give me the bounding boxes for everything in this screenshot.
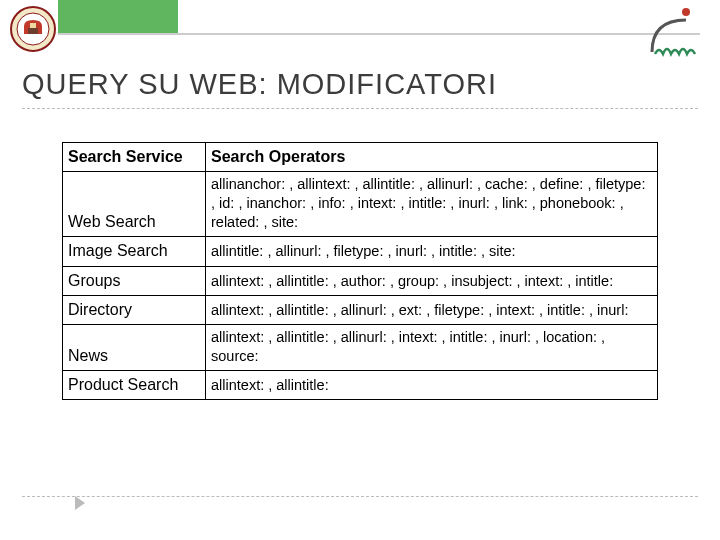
svg-point-4: [682, 8, 690, 16]
cell-operators: allinanchor: , allintext: , allintitle: …: [206, 172, 658, 237]
header-accent-bar: [58, 0, 178, 33]
slide-title: QUERY SU WEB: MODIFICATORI: [22, 68, 497, 101]
table-row: Image Search allintitle: , allinurl: , f…: [63, 237, 658, 266]
operators-table: Search Service Search Operators Web Sear…: [62, 142, 658, 400]
cell-service: News: [63, 324, 206, 370]
table-header-row: Search Service Search Operators: [63, 143, 658, 172]
arrow-bullet-icon: [75, 496, 91, 510]
cell-service: Web Search: [63, 172, 206, 237]
cell-service: Groups: [63, 266, 206, 295]
table-row: Directory allintext: , allintitle: , all…: [63, 295, 658, 324]
table-row: Groups allintext: , allintitle: , author…: [63, 266, 658, 295]
slide: QUERY SU WEB: MODIFICATORI Search Servic…: [0, 0, 720, 540]
svg-rect-3: [30, 23, 36, 28]
table-row: Web Search allinanchor: , allintext: , a…: [63, 172, 658, 237]
cell-service: Image Search: [63, 237, 206, 266]
university-seal-icon: [10, 6, 56, 52]
footer-rule: [22, 496, 698, 497]
cell-operators: allintitle: , allinurl: , filetype: , in…: [206, 237, 658, 266]
cell-operators: allintext: , allintitle: , allinurl: , i…: [206, 324, 658, 370]
table-row: News allintext: , allintitle: , allinurl…: [63, 324, 658, 370]
department-logo-icon: [646, 6, 706, 58]
column-header-service: Search Service: [63, 143, 206, 172]
svg-rect-2: [28, 28, 38, 34]
cell-service: Directory: [63, 295, 206, 324]
cell-operators: allintext: , allintitle: , allinurl: , e…: [206, 295, 658, 324]
table-row: Product Search allintext: , allintitle:: [63, 371, 658, 400]
header-rule: [58, 33, 700, 35]
title-underline: [22, 108, 698, 109]
cell-operators: allintext: , allintitle: , author: , gro…: [206, 266, 658, 295]
column-header-operators: Search Operators: [206, 143, 658, 172]
cell-service: Product Search: [63, 371, 206, 400]
cell-operators: allintext: , allintitle:: [206, 371, 658, 400]
